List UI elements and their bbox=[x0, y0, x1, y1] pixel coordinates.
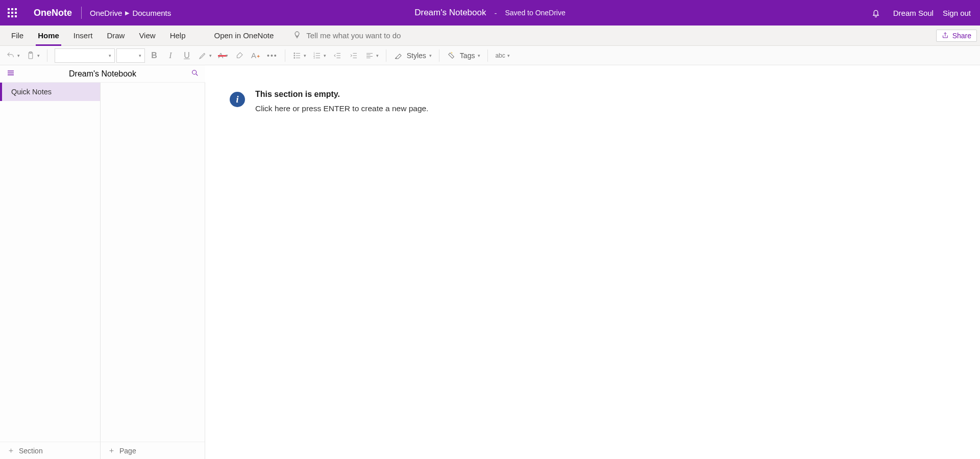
tab-draw[interactable]: Draw bbox=[100, 26, 132, 45]
highlight-button[interactable]: ▾ bbox=[196, 48, 214, 63]
clear-formatting-button[interactable]: A✦ bbox=[249, 48, 263, 63]
highlighter-icon bbox=[198, 51, 207, 60]
undo-icon bbox=[6, 51, 15, 60]
search-icon bbox=[191, 69, 199, 77]
format-painter-button[interactable] bbox=[232, 48, 247, 63]
bold-button[interactable]: B bbox=[147, 48, 161, 63]
indent-icon bbox=[349, 51, 358, 60]
undo-button[interactable]: ▾ bbox=[4, 48, 22, 63]
outdent-button[interactable] bbox=[330, 48, 345, 63]
notebook-nav-header: Dream's Notebook bbox=[0, 65, 205, 83]
chevron-down-icon: ▾ bbox=[139, 53, 141, 58]
waffle-icon bbox=[8, 8, 17, 17]
spellcheck-icon: abc bbox=[495, 52, 505, 59]
styles-icon bbox=[394, 51, 403, 60]
tag-icon bbox=[447, 51, 456, 60]
add-section-button[interactable]: ＋ Section bbox=[0, 442, 100, 459]
tab-view[interactable]: View bbox=[132, 26, 162, 45]
spellcheck-button[interactable]: abc ▾ bbox=[493, 48, 511, 63]
tags-label: Tags bbox=[457, 52, 476, 60]
separator bbox=[47, 49, 47, 62]
tab-insert[interactable]: Insert bbox=[66, 26, 100, 45]
font-family-select[interactable]: ▾ bbox=[55, 48, 115, 63]
align-button[interactable]: ▾ bbox=[363, 48, 381, 63]
chevron-down-icon: ▾ bbox=[304, 53, 306, 58]
svg-point-8 bbox=[192, 70, 197, 74]
chevron-down-icon: ▾ bbox=[507, 53, 510, 58]
section-item[interactable]: Quick Notes bbox=[0, 83, 100, 101]
chevron-down-icon: ▾ bbox=[209, 53, 212, 58]
share-label: Share bbox=[952, 32, 971, 40]
font-color-button[interactable]: A ▾ bbox=[216, 48, 230, 63]
chevron-down-icon: ▾ bbox=[429, 53, 432, 58]
paintbrush-icon bbox=[235, 51, 244, 60]
dash: - bbox=[494, 9, 497, 17]
add-page-button[interactable]: ＋ Page bbox=[101, 442, 205, 459]
divider bbox=[81, 7, 82, 19]
empty-heading: This section is empty. bbox=[255, 90, 428, 99]
font-size-select[interactable]: ▾ bbox=[116, 48, 145, 63]
nav-toggle-button[interactable] bbox=[6, 68, 15, 80]
empty-body: Click here or press ENTER to create a ne… bbox=[255, 104, 428, 113]
title-center: Dream's Notebook - Saved to OneDrive bbox=[414, 8, 566, 18]
plus-icon: ＋ bbox=[7, 446, 15, 455]
search-button[interactable] bbox=[191, 69, 199, 79]
chevron-down-icon: ▾ bbox=[37, 53, 40, 58]
italic-button[interactable]: I bbox=[163, 48, 178, 63]
numbered-list-icon: 123 bbox=[312, 51, 322, 60]
tell-me-search[interactable] bbox=[293, 26, 439, 45]
paste-button[interactable]: ▾ bbox=[24, 48, 42, 63]
add-page-label: Page bbox=[119, 447, 136, 455]
svg-text:3: 3 bbox=[313, 57, 315, 59]
ellipsis-icon: ••• bbox=[267, 52, 278, 60]
ribbon-commands: ▾ ▾ ▾ ▾ B I U ▾ A ▾ A✦ ••• ▾ 123▾ ▾ Styl… bbox=[0, 46, 980, 65]
pages-list bbox=[101, 83, 205, 442]
styles-label: Styles bbox=[404, 52, 427, 60]
chevron-down-icon: ▾ bbox=[478, 53, 480, 58]
numbered-list-button[interactable]: 123▾ bbox=[310, 48, 328, 63]
app-launcher-button[interactable] bbox=[0, 0, 24, 26]
empty-state[interactable]: i This section is empty. Click here or p… bbox=[230, 90, 428, 113]
breadcrumb-item[interactable]: OneDrive bbox=[90, 9, 122, 17]
styles-button[interactable]: Styles ▾ bbox=[391, 48, 434, 63]
svg-point-3 bbox=[294, 55, 295, 56]
breadcrumb-item[interactable]: Documents bbox=[132, 9, 171, 17]
chevron-down-icon: ▾ bbox=[376, 53, 379, 58]
notebook-title: Dream's Notebook bbox=[414, 8, 486, 18]
clipboard-icon bbox=[26, 51, 35, 60]
sign-out-link[interactable]: Sign out bbox=[943, 9, 971, 17]
breadcrumb[interactable]: OneDrive ▶ Documents bbox=[84, 9, 171, 17]
notifications-button[interactable] bbox=[868, 5, 884, 21]
bell-icon bbox=[871, 8, 881, 18]
page-canvas[interactable]: i This section is empty. Click here or p… bbox=[205, 65, 980, 459]
tab-open-in-onenote[interactable]: Open in OneNote bbox=[207, 26, 281, 45]
add-section-label: Section bbox=[19, 447, 43, 455]
ribbon-tabs: File Home Insert Draw View Help Open in … bbox=[0, 26, 980, 46]
indent-button[interactable] bbox=[347, 48, 361, 63]
share-button[interactable]: Share bbox=[936, 30, 977, 42]
svg-point-2 bbox=[294, 53, 295, 54]
app-name: OneNote bbox=[24, 8, 81, 18]
align-left-icon bbox=[365, 51, 374, 60]
svg-point-4 bbox=[294, 57, 295, 58]
chevron-down-icon: ▾ bbox=[109, 53, 111, 58]
underline-button[interactable]: U bbox=[180, 48, 194, 63]
hamburger-icon bbox=[6, 68, 15, 78]
bullet-list-icon bbox=[292, 51, 302, 60]
tab-home[interactable]: Home bbox=[31, 26, 66, 45]
pages-pane: ＋ Page bbox=[101, 65, 205, 459]
italic-icon: I bbox=[169, 51, 172, 60]
sections-list: Quick Notes bbox=[0, 83, 100, 442]
chevron-right-icon: ▶ bbox=[125, 10, 129, 16]
more-formatting-button[interactable]: ••• bbox=[265, 48, 280, 63]
separator bbox=[439, 49, 439, 62]
user-name[interactable]: Dream Soul bbox=[893, 9, 934, 17]
notebook-name[interactable]: Dream's Notebook bbox=[69, 69, 136, 79]
separator bbox=[386, 49, 386, 62]
share-icon bbox=[942, 32, 949, 39]
tell-me-input[interactable] bbox=[306, 31, 439, 40]
tags-button[interactable]: Tags ▾ bbox=[445, 48, 483, 63]
tab-file[interactable]: File bbox=[4, 26, 31, 45]
bullet-list-button[interactable]: ▾ bbox=[290, 48, 308, 63]
tab-help[interactable]: Help bbox=[163, 26, 193, 45]
